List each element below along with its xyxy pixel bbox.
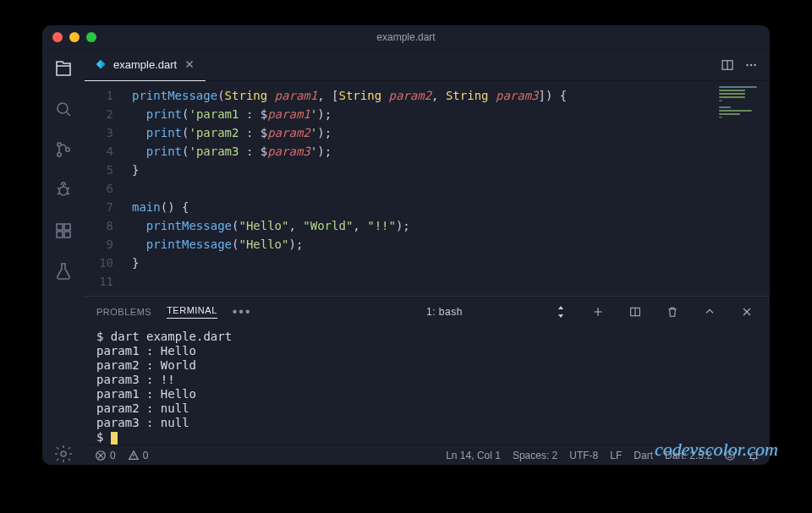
settings-gear-icon[interactable] bbox=[52, 443, 74, 465]
panel-overflow-icon[interactable]: ••• bbox=[233, 304, 252, 319]
editor-tabs: example.dart bbox=[85, 49, 770, 81]
dart-file-icon bbox=[95, 58, 107, 70]
svg-point-1 bbox=[58, 143, 61, 146]
test-icon[interactable] bbox=[52, 260, 74, 282]
close-window-button[interactable] bbox=[52, 32, 63, 42]
dropdown-icon bbox=[557, 306, 565, 318]
more-actions-icon[interactable] bbox=[739, 53, 763, 77]
close-panel-icon[interactable] bbox=[736, 301, 758, 323]
vscode-window: example.dart bbox=[42, 25, 770, 465]
svg-point-4 bbox=[59, 187, 68, 195]
svg-point-12 bbox=[750, 63, 752, 65]
explorer-icon[interactable] bbox=[52, 57, 74, 79]
status-eol[interactable]: LF bbox=[610, 450, 622, 461]
svg-rect-5 bbox=[57, 224, 63, 230]
watermark: codevscolor.com bbox=[655, 439, 778, 461]
extensions-icon[interactable] bbox=[52, 220, 74, 242]
tab-example-dart[interactable]: example.dart bbox=[85, 49, 206, 81]
tab-problems[interactable]: PROBLEMS bbox=[96, 307, 151, 317]
svg-point-9 bbox=[61, 451, 66, 456]
maximize-window-button[interactable] bbox=[86, 32, 96, 42]
status-encoding[interactable]: UTF-8 bbox=[569, 450, 598, 461]
code-content[interactable]: printMessage(String param1, [String para… bbox=[125, 81, 716, 296]
split-editor-icon[interactable] bbox=[716, 53, 739, 77]
search-icon[interactable] bbox=[52, 98, 74, 120]
source-control-icon[interactable] bbox=[52, 139, 74, 161]
svg-point-13 bbox=[754, 63, 755, 65]
new-terminal-icon[interactable] bbox=[587, 301, 609, 323]
svg-point-0 bbox=[58, 103, 68, 113]
status-spaces[interactable]: Spaces: 2 bbox=[513, 450, 557, 461]
window-controls bbox=[52, 32, 96, 42]
terminal[interactable]: $ dart example.dartparam1 : Helloparam2 … bbox=[85, 326, 770, 445]
svg-rect-8 bbox=[64, 224, 70, 230]
error-icon bbox=[95, 450, 107, 461]
terminal-selector[interactable]: 1: bash bbox=[420, 304, 572, 319]
tab-terminal[interactable]: TERMINAL bbox=[167, 305, 217, 319]
svg-point-2 bbox=[58, 153, 61, 156]
maximize-panel-icon[interactable] bbox=[699, 301, 721, 323]
svg-rect-6 bbox=[57, 232, 63, 237]
svg-rect-7 bbox=[64, 232, 70, 237]
debug-icon[interactable] bbox=[52, 179, 74, 201]
status-errors[interactable]: 0 bbox=[95, 450, 116, 461]
split-terminal-icon[interactable] bbox=[624, 301, 646, 323]
minimize-window-button[interactable] bbox=[69, 32, 80, 42]
warning-icon bbox=[128, 450, 140, 461]
titlebar: example.dart bbox=[42, 25, 770, 49]
close-icon[interactable] bbox=[184, 58, 195, 70]
svg-point-11 bbox=[746, 63, 748, 65]
line-gutter: 1234567891011 bbox=[85, 81, 125, 296]
status-lncol[interactable]: Ln 14, Col 1 bbox=[446, 450, 501, 461]
status-lang[interactable]: Dart bbox=[634, 450, 653, 461]
svg-point-3 bbox=[66, 148, 69, 151]
kill-terminal-icon[interactable] bbox=[661, 301, 683, 323]
tab-filename: example.dart bbox=[113, 58, 177, 71]
status-warnings[interactable]: 0 bbox=[128, 450, 149, 461]
panel-tabs: PROBLEMS TERMINAL ••• 1: bash bbox=[85, 296, 770, 326]
editor[interactable]: 1234567891011 printMessage(String param1… bbox=[85, 81, 770, 296]
minimap[interactable] bbox=[716, 81, 770, 296]
window-title: example.dart bbox=[42, 31, 770, 43]
activity-bar bbox=[42, 49, 85, 465]
